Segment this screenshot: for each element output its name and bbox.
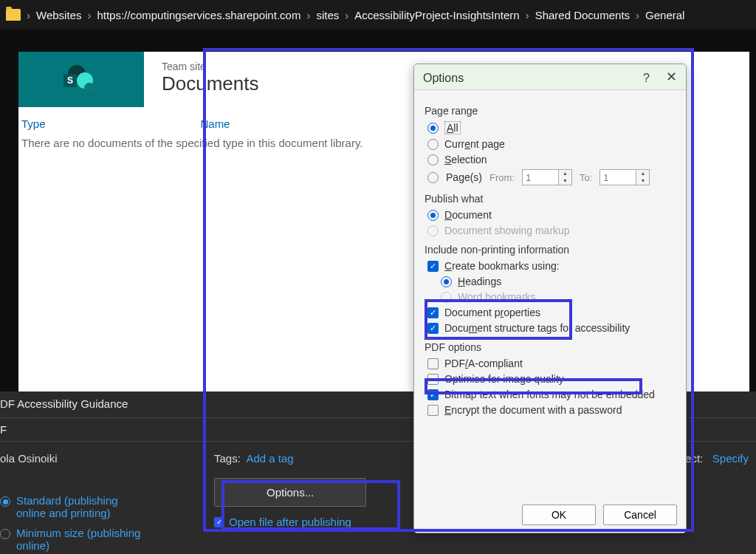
crumb-shared[interactable]: Shared Documents <box>535 9 630 21</box>
folder-icon <box>6 9 21 21</box>
page-to-spinner[interactable]: ▲▼ <box>599 169 650 185</box>
crumb-project[interactable]: AccessibilityProject-InsightsIntern <box>354 9 519 21</box>
subject-label: ect: <box>685 452 703 465</box>
cancel-button[interactable]: Cancel <box>603 505 677 525</box>
publish-markup-radio: Document showing markup <box>427 225 676 236</box>
open-after-publishing-checkbox[interactable]: ✓ Open file after publishing <box>214 516 421 528</box>
crumb-url[interactable]: https://computingservices.sharepoint.com <box>97 9 300 21</box>
column-header-type[interactable]: Type <box>21 117 197 130</box>
section-publish-what: Publish what <box>425 193 676 205</box>
bookmarks-headings-radio[interactable]: Headings <box>441 276 676 287</box>
page-from-spinner[interactable]: ▲▼ <box>522 169 572 185</box>
section-include: Include non-printing information <box>425 244 676 256</box>
options-button[interactable]: Options... <box>214 478 366 507</box>
create-bookmarks-checkbox[interactable]: Create bookmarks using: <box>427 260 676 272</box>
pdfa-checkbox[interactable]: PDF/A-compliant <box>427 358 676 369</box>
chevron-right-icon: › <box>345 9 348 21</box>
optimize-standard-radio[interactable]: Standard (publishing online and printing… <box>0 494 185 519</box>
team-site-label: Team site <box>162 61 259 72</box>
options-dialog: Options ? ✕ Page range All Current page … <box>413 64 687 533</box>
structure-tags-checkbox[interactable]: Document structure tags for accessibilit… <box>427 322 676 334</box>
sharepoint-logo-icon: S <box>63 65 99 95</box>
site-logo-band: S <box>18 52 144 107</box>
section-page-range: Page range <box>425 105 676 117</box>
page-range-all-radio[interactable]: All <box>427 121 676 134</box>
breadcrumb: › Websites › https://computingservices.s… <box>0 0 756 30</box>
chevron-right-icon: › <box>636 9 639 21</box>
crumb-websites[interactable]: Websites <box>36 9 81 21</box>
author-name: ola Osinoiki <box>0 452 185 465</box>
page-range-pages-radio[interactable]: Page(s) From: ▲▼ To: ▲▼ <box>427 169 676 185</box>
dialog-titlebar: Options ? ✕ <box>414 64 686 90</box>
page-title: Documents <box>162 72 259 95</box>
column-header-name[interactable]: Name <box>200 117 230 130</box>
document-properties-checkbox[interactable]: Document properties <box>427 307 676 318</box>
dialog-title: Options <box>423 72 464 85</box>
crumb-general[interactable]: General <box>645 9 684 21</box>
bitmap-text-checkbox[interactable]: Bitmap text when fonts may not be embedd… <box>427 389 676 400</box>
chevron-right-icon: › <box>27 9 30 21</box>
publish-document-radio[interactable]: Document <box>427 209 676 221</box>
optimise-image-checkbox[interactable]: Optimise for image quality <box>427 373 676 385</box>
chevron-right-icon: › <box>306 9 310 21</box>
chevron-right-icon: › <box>87 9 91 21</box>
ok-button[interactable]: OK <box>522 505 596 525</box>
close-icon[interactable]: ✕ <box>666 72 677 85</box>
encrypt-checkbox[interactable]: Encrypt the document with a password <box>427 404 676 416</box>
crumb-sites[interactable]: sites <box>316 9 339 21</box>
section-pdf-options: PDF options <box>425 341 676 353</box>
optimize-minimum-radio[interactable]: Minimum size (publishing online) <box>0 527 185 552</box>
page-range-selection-radio[interactable]: Selection <box>427 154 676 165</box>
help-icon[interactable]: ? <box>643 72 650 85</box>
tags-label: Tags: <box>214 452 241 465</box>
page-range-current-radio[interactable]: Current page <box>427 138 676 150</box>
specify-link[interactable]: Specify <box>712 452 749 465</box>
add-tag-link[interactable]: Add a tag <box>246 452 293 465</box>
chevron-right-icon: › <box>526 9 529 21</box>
bookmarks-word-radio: Word bookmarks <box>441 291 676 303</box>
